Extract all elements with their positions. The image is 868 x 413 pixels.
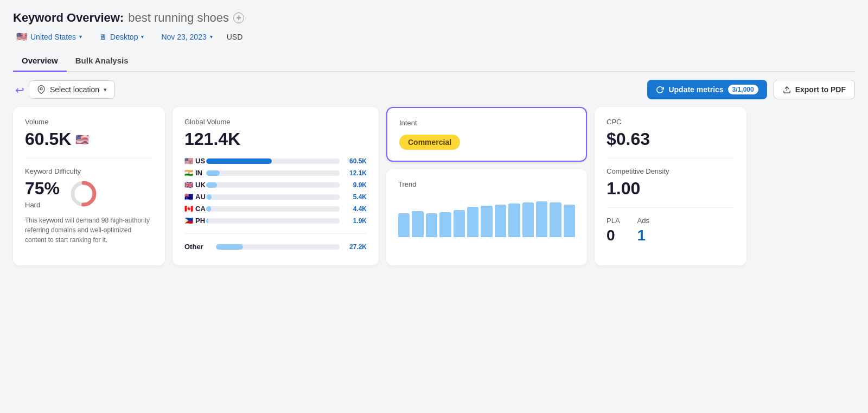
- page-wrapper: Keyword Overview: best running shoes + 🇺…: [0, 0, 868, 413]
- country-row-in: 🇮🇳IN 12.1K: [184, 169, 367, 177]
- country-vol-ph: 1.9K: [344, 217, 367, 225]
- device-icon: 🖥: [99, 33, 107, 41]
- toolbar-row: ↩ Select location ▾ Update metrics 3/1,0…: [13, 80, 855, 99]
- ads-metric: Ads 1: [637, 217, 649, 244]
- country-row-other: Other 27.2K: [184, 243, 367, 251]
- update-metrics-label: Update metrics: [668, 85, 723, 94]
- right-metrics-card: CPC $0.63 Competitive Density 1.00 PLA 0…: [595, 107, 746, 265]
- intent-label: Intent: [399, 119, 574, 127]
- trend-bar-6: [467, 207, 478, 237]
- back-arrow-icon[interactable]: ↩: [15, 84, 24, 97]
- bar-container-au: [206, 194, 340, 200]
- trend-bar-5: [454, 210, 465, 237]
- bar-container-other: [216, 244, 340, 250]
- country-vol-uk: 9.9K: [344, 181, 367, 189]
- device-label: Desktop: [110, 33, 138, 41]
- global-volume-card: Global Volume 121.4K 🇺🇸US 60.5K 🇮🇳IN: [173, 107, 379, 265]
- trend-bar-12: [550, 202, 561, 237]
- cpc-value: $0.63: [607, 129, 735, 149]
- country-vol-us: 60.5K: [344, 157, 367, 165]
- divider-1: [25, 158, 153, 158]
- ads-label: Ads: [637, 217, 649, 225]
- trend-bar-11: [536, 201, 547, 237]
- global-volume-label: Global Volume: [184, 118, 367, 126]
- export-button[interactable]: Export to PDF: [774, 80, 855, 99]
- bar-container-ph: [206, 218, 340, 224]
- trend-bar-4: [439, 212, 451, 237]
- pla-value: 0: [607, 227, 620, 244]
- country-code-us: 🇺🇸US: [184, 157, 202, 165]
- country-row-ca: 🇨🇦CA 4.4K: [184, 205, 367, 213]
- bar-fill-ca: [206, 206, 211, 212]
- country-list: 🇺🇸US 60.5K 🇮🇳IN 12.1K: [184, 157, 367, 251]
- volume-label: Volume: [25, 118, 153, 126]
- pla-label: PLA: [607, 217, 620, 225]
- export-label: Export to PDF: [795, 85, 846, 94]
- intent-badge: Commercial: [399, 135, 460, 150]
- select-location-chevron-icon: ▾: [104, 86, 107, 93]
- intent-card: Intent Commercial: [386, 107, 587, 162]
- date-chevron-icon: ▾: [210, 34, 213, 40]
- cpc-label: CPC: [607, 118, 735, 126]
- tab-bulk-analysis[interactable]: Bulk Analysis: [67, 50, 137, 72]
- title-prefix: Keyword Overview:: [13, 11, 124, 25]
- country-flag: 🇺🇸: [16, 31, 27, 42]
- keyword-text: best running shoes: [128, 11, 229, 25]
- country-vol-ca: 4.4K: [344, 205, 367, 213]
- global-volume-value: 121.4K: [184, 129, 367, 149]
- volume-flag: 🇺🇸: [75, 133, 89, 146]
- bar-container-ca: [206, 206, 340, 212]
- comp-density-value: 1.00: [607, 179, 735, 199]
- select-location-button[interactable]: Select location ▾: [29, 80, 115, 99]
- country-code-other: Other: [184, 243, 212, 251]
- country-vol-in: 12.1K: [344, 169, 367, 177]
- update-metrics-button[interactable]: Update metrics 3/1,000: [647, 80, 767, 99]
- tab-overview[interactable]: Overview: [13, 50, 67, 72]
- bar-fill-uk: [206, 182, 217, 188]
- trend-bar-9: [508, 204, 520, 237]
- currency-label: USD: [227, 33, 243, 41]
- trend-bar-2: [412, 211, 423, 237]
- update-metrics-badge: 3/1,000: [728, 85, 758, 94]
- toolbar-right: Update metrics 3/1,000 Export to PDF: [647, 80, 855, 99]
- country-filter[interactable]: 🇺🇸 United States ▾: [13, 29, 87, 44]
- bar-fill-in: [206, 170, 220, 176]
- donut-svg: [68, 179, 99, 209]
- country-vol-other: 27.2K: [344, 243, 367, 251]
- location-pin-icon: [37, 85, 46, 94]
- tabs-row: Overview Bulk Analysis: [13, 50, 855, 72]
- device-chevron-icon: ▾: [141, 34, 144, 40]
- device-filter[interactable]: 🖥 Desktop ▾: [96, 30, 149, 43]
- pla-metric: PLA 0: [607, 217, 620, 244]
- volume-number: 60.5K: [25, 129, 71, 149]
- country-code-in: 🇮🇳IN: [184, 169, 202, 177]
- difficulty-description: This keyword will demand 98 high-authori…: [25, 215, 153, 245]
- country-code-ph: 🇵🇭PH: [184, 217, 202, 225]
- trend-label: Trend: [398, 180, 575, 188]
- trend-bar-chart: [398, 194, 575, 237]
- add-keyword-icon[interactable]: +: [233, 12, 244, 23]
- divider-3: [607, 158, 735, 158]
- volume-card: Volume 60.5K 🇺🇸 Keyword Difficulty 75% H…: [13, 107, 165, 265]
- svg-point-0: [40, 88, 42, 90]
- cards-grid: Volume 60.5K 🇺🇸 Keyword Difficulty 75% H…: [13, 107, 855, 265]
- date-filter[interactable]: Nov 23, 2023 ▾: [158, 30, 218, 43]
- country-row-au: 🇦🇺AU 5.4K: [184, 193, 367, 201]
- bar-container-uk: [206, 182, 340, 188]
- difficulty-label: Keyword Difficulty: [25, 167, 153, 175]
- volume-value: 60.5K 🇺🇸: [25, 129, 153, 149]
- country-row-us: 🇺🇸US 60.5K: [184, 157, 367, 165]
- trend-bar-10: [522, 202, 534, 237]
- bar-fill-ph: [206, 218, 208, 224]
- country-chevron-icon: ▾: [79, 34, 82, 40]
- bar-fill-us: [206, 158, 272, 164]
- difficulty-row: 75% Hard: [25, 179, 153, 209]
- donut-chart: [68, 179, 99, 209]
- trend-bar-7: [481, 206, 492, 237]
- divider-4: [607, 207, 735, 208]
- competitive-density-section: Competitive Density 1.00: [607, 167, 735, 199]
- trend-bar-1: [398, 213, 410, 237]
- bar-fill-au: [206, 194, 212, 200]
- difficulty-section: Keyword Difficulty 75% Hard This keyword…: [25, 167, 153, 245]
- select-location-label: Select location: [50, 85, 99, 94]
